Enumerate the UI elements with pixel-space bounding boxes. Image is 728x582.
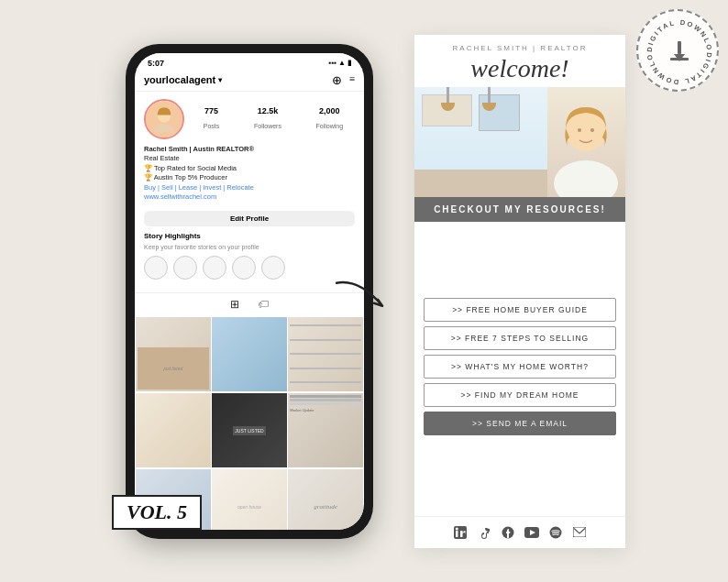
youtube-icon[interactable] [524,524,540,541]
ep-checkout-bar: CHECKOUT MY RESOURCES! [414,197,625,222]
stamp-circle: DIGITAL DOWNLOAD DIGITAL DOWNLOAD [636,9,719,92]
bio-line1: 🏆 Top Rated for Social Media [144,164,355,174]
ep-realtor-name: RACHEL SMITH | REALTOR [422,44,618,52]
grid-cell-9: gratitude [288,469,363,530]
highlight-2[interactable] [173,256,197,280]
ep-social-row [414,516,625,548]
link-btn-7-steps-label: >> FREE 7 STEPS TO SELLING [451,334,589,343]
following-count: 2,000 [316,106,344,115]
link-btn-send-email[interactable]: >> SEND ME A EMAIL [424,412,616,435]
svg-rect-17 [678,41,681,54]
link-btn-buyer-guide[interactable]: >> FREE HOME BUYER GUIDE [424,298,616,322]
digital-download-stamp: DIGITAL DOWNLOAD DIGITAL DOWNLOAD [636,9,719,92]
ep-hero-image [414,87,625,197]
tiktok-icon[interactable] [476,524,492,541]
pendant-stem [447,87,449,104]
menu-icon[interactable]: ≡ [349,73,355,87]
stat-followers: 12.5k Followers [254,106,281,132]
grid-tabs: ⊞ 🏷 [135,292,364,316]
svg-point-2 [554,160,618,197]
chevron-icon: ▾ [218,76,222,84]
link-btn-home-worth-label: >> WHAT'S MY HOME WORTH? [451,362,589,371]
phone-screen: 5:07 ▪▪▪ ▲ ▮ yourlocalagent ▾ ⊕ ≡ [135,53,364,530]
avatar-face [146,101,182,137]
tag-view-tab[interactable]: 🏷 [258,298,269,312]
status-bar: 5:07 ▪▪▪ ▲ ▮ [135,53,364,70]
vol-label: VOL. 5 [127,500,187,523]
story-highlights-sub: Keep your favorite stories on your profi… [144,244,355,250]
phone-section: 5:07 ▪▪▪ ▲ ▮ yourlocalagent ▾ ⊕ ≡ [103,44,396,539]
stat-posts: 775 Posts [204,106,220,132]
main-container: 5:07 ▪▪▪ ▲ ▮ yourlocalagent ▾ ⊕ ≡ [0,0,728,582]
link-btn-buyer-guide-label: >> FREE HOME BUYER GUIDE [452,305,588,314]
add-icon[interactable]: ⊕ [332,73,342,87]
status-time: 5:07 [148,59,164,68]
link-btn-7-steps[interactable]: >> FREE 7 STEPS TO SELLING [424,326,616,350]
kitchen-counter [414,170,547,197]
grid-cell-8: open house [212,469,287,530]
battery-icon: ▮ [347,59,351,67]
status-icons: ▪▪▪ ▲ ▮ [329,59,351,67]
kitchen-bg [414,87,547,197]
stats-row: 775 Posts 12.5k Followers 2,000 Followin… [192,106,355,132]
ep-links: >> FREE HOME BUYER GUIDE >> FREE 7 STEPS… [414,222,625,516]
arrow-icon [332,273,405,328]
person-svg [547,87,625,197]
profile-section: 775 Posts 12.5k Followers 2,000 Followin… [135,92,364,292]
svg-point-5 [590,128,594,132]
link-btn-send-email-label: >> SEND ME A EMAIL [472,419,568,428]
linkedin-icon[interactable] [452,524,469,541]
posts-count: 775 [204,106,220,115]
highlights-row [144,256,355,285]
pendant-stem-2 [488,87,491,104]
svg-text:DIGITAL DOWNLOAD: DIGITAL DOWNLOAD [638,11,713,52]
wifi-icon: ▲ [338,59,346,67]
download-icon-group [670,41,689,61]
bio-line2: 🏆 Austin Top 5% Producer [144,173,355,183]
highlight-3[interactable] [203,256,226,280]
bio-line3: Buy | Sell | Lease | Invest | Relocate [144,183,355,193]
instagram-username: yourlocalagent ▾ [144,74,222,85]
ig-header-icons: ⊕ ≡ [332,73,355,87]
grid-cell-6: Market Update [288,393,363,468]
edit-profile-button[interactable]: Edit Profile [144,211,355,226]
highlight-5[interactable] [261,256,285,280]
avatar [144,99,184,139]
story-highlights-label: Story Highlights [144,232,355,240]
grid-cell-1: just listed [136,317,211,392]
kitchen-window [479,94,520,131]
bio-website[interactable]: www.sellwithrachel.com [144,192,355,203]
email-icon[interactable] [571,524,588,541]
svg-rect-13 [573,527,586,537]
grid-view-tab[interactable]: ⊞ [230,298,239,312]
ep-header: RACHEL SMITH | REALTOR welcome! [414,35,625,87]
arrow-container [332,273,405,332]
followers-count: 12.5k [254,106,281,115]
stat-following: 2,000 Following [316,106,344,132]
highlight-4[interactable] [232,256,256,280]
svg-rect-7 [456,531,458,537]
email-page-section: RACHEL SMITH | REALTOR welcome! [414,35,625,548]
grid-cell-4 [136,393,211,468]
facebook-icon[interactable] [500,524,516,541]
link-btn-home-worth[interactable]: >> WHAT'S MY HOME WORTH? [424,355,616,379]
vol-badge: VOL. 5 [112,495,202,530]
instagram-header: yourlocalagent ▾ ⊕ ≡ [135,70,364,92]
grid-cell-5: JUST LISTED [212,393,287,468]
highlight-1[interactable] [144,256,168,280]
profile-row: 775 Posts 12.5k Followers 2,000 Followin… [144,99,355,139]
signal-icon: ▪▪▪ [329,59,337,67]
grid-cell-2 [212,317,287,392]
svg-point-4 [578,128,581,132]
bio-name: Rachel Smith | Austin REALTOR® [144,145,355,155]
svg-point-8 [456,527,458,530]
stamp-text-svg: DIGITAL DOWNLOAD DIGITAL DOWNLOAD [638,11,721,93]
link-btn-dream-home[interactable]: >> FIND MY DREAM HOME [424,383,616,407]
username-text: yourlocalagent [144,74,215,85]
ep-welcome-text: welcome! [422,54,618,83]
bio-title: Real Estate [144,154,355,164]
link-btn-dream-home-label: >> FIND MY DREAM HOME [461,390,579,400]
person-container [547,87,625,197]
spotify-icon[interactable] [547,524,564,541]
profile-bio: Rachel Smith | Austin REALTOR® Real Esta… [144,145,355,203]
